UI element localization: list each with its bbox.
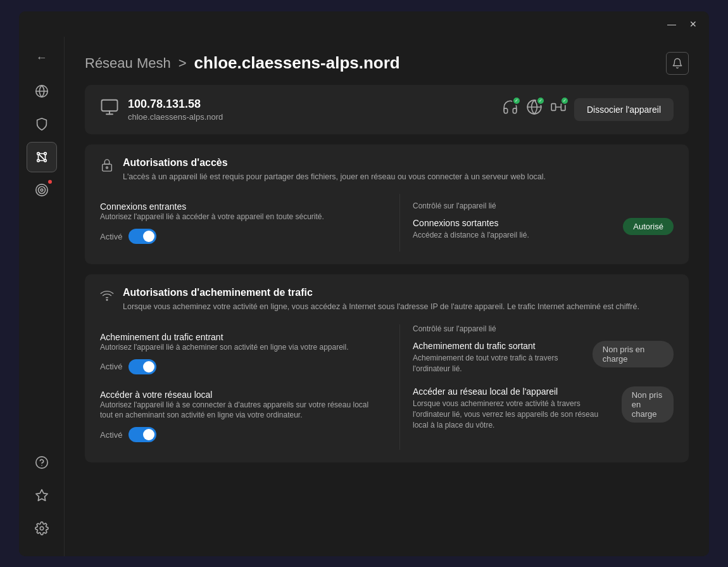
local-access-desc: Autorisez l'appareil lié à se connecter … xyxy=(100,400,374,421)
device-hostname: chloe.claessens-alps.nord xyxy=(128,112,223,122)
svg-rect-17 xyxy=(102,100,118,111)
breadcrumb-sep: > xyxy=(179,55,187,72)
access-section-text: Autorisations d'accès L'accès à un appar… xyxy=(123,157,546,183)
local-access-toggle-text: Activé xyxy=(100,430,122,440)
incoming-toggle-text: Activé xyxy=(100,232,122,241)
local-device-row: Accéder au réseau local de l'appareil Lo… xyxy=(413,386,674,430)
outgoing-connections-item: Contrôlé sur l'appareil lié Connexions s… xyxy=(399,194,674,252)
device-actions: Dissocier l'appareil xyxy=(502,98,674,121)
sidebar-item-shield[interactable] xyxy=(27,109,57,139)
access-section-title: Autorisations d'accès xyxy=(123,157,546,169)
sidebar-item-star[interactable] xyxy=(27,480,57,511)
outgoing-label: Connexions sortantes xyxy=(413,218,529,228)
headset-badge xyxy=(512,96,521,105)
sidebar-item-back[interactable]: ← xyxy=(27,43,57,73)
svg-rect-24 xyxy=(103,164,112,171)
svg-point-16 xyxy=(40,526,44,530)
main-layout: ← xyxy=(19,37,709,556)
svg-point-13 xyxy=(41,189,43,191)
outgoing-traffic-text: Acheminement du trafic sortant Acheminem… xyxy=(413,341,585,374)
content-header: Réseau Mesh > chloe.claessens-alps.nord xyxy=(65,37,709,85)
traffic-permissions-grid: Acheminement du trafic entrant Autorisez… xyxy=(100,324,674,450)
access-permissions-card: Autorisations d'accès L'accès à un appar… xyxy=(85,144,689,265)
wifi-icon xyxy=(100,288,114,306)
svg-point-14 xyxy=(35,456,47,468)
outgoing-row: Connexions sortantes Accédez à distance … xyxy=(413,218,674,241)
headset-status-icon xyxy=(502,99,518,120)
outgoing-traffic-status: Non pris en charge xyxy=(593,341,674,367)
sidebar-item-settings[interactable] xyxy=(27,513,57,544)
local-device-label: Accéder au réseau local de l'appareil xyxy=(413,386,614,397)
sidebar-item-help[interactable] xyxy=(27,447,57,478)
device-computer-icon xyxy=(100,98,119,121)
local-access-toggle[interactable] xyxy=(129,427,156,442)
local-device-desc: Lorsque vous acheminerez votre activité … xyxy=(413,398,614,430)
outgoing-traffic-item: Acheminement du trafic sortant Acheminem… xyxy=(413,341,674,374)
sidebar-item-mesh[interactable] xyxy=(27,142,57,172)
svg-rect-22 xyxy=(551,104,556,111)
access-permissions-grid: Connexions entrantes Autorisez l'apparei… xyxy=(100,194,674,252)
local-device-text: Accéder au réseau local de l'appareil Lo… xyxy=(413,386,614,430)
breadcrumb-parent: Réseau Mesh xyxy=(85,55,171,72)
outgoing-status-badge: Autorisé xyxy=(623,218,674,235)
outgoing-text: Connexions sortantes Accédez à distance … xyxy=(413,218,529,241)
breadcrumb: Réseau Mesh > chloe.claessens-alps.nord xyxy=(85,53,400,73)
traffic-section-text: Autorisations d'acheminement de trafic L… xyxy=(123,287,639,313)
content-area: Réseau Mesh > chloe.claessens-alps.nord xyxy=(65,37,709,556)
access-section-desc: L'accès à un appareil lié est requis pou… xyxy=(123,171,546,183)
notification-button[interactable] xyxy=(666,52,689,75)
local-device-status: Non pris en charge xyxy=(622,386,674,423)
svg-point-26 xyxy=(106,299,108,300)
main-window: — ✕ ← xyxy=(19,11,709,556)
local-access-label: Accéder à votre réseau local xyxy=(100,390,374,400)
incoming-toggle[interactable] xyxy=(129,229,156,244)
incoming-traffic-toggle[interactable] xyxy=(129,359,156,374)
outgoing-traffic-desc: Acheminement de tout votre trafic à trav… xyxy=(413,353,585,374)
traffic-right-col: Contrôlé sur l'appareil lié Acheminement… xyxy=(399,324,674,450)
local-access-item: Accéder à votre réseau local Autorisez l… xyxy=(100,382,374,450)
svg-point-25 xyxy=(106,167,108,169)
share-badge xyxy=(560,96,569,105)
traffic-section-desc: Lorsque vous acheminez votre activité en… xyxy=(123,301,639,313)
close-button[interactable]: ✕ xyxy=(685,16,701,32)
incoming-traffic-desc: Autorisez l'appareil lié à acheminer son… xyxy=(100,342,374,353)
incoming-traffic-toggle-text: Activé xyxy=(100,362,122,371)
notification-badge xyxy=(47,179,53,185)
incoming-connections-item: Connexions entrantes Autorisez l'apparei… xyxy=(100,194,374,252)
sidebar-item-globe[interactable] xyxy=(27,76,57,106)
svg-point-11 xyxy=(35,184,47,195)
lock-icon xyxy=(100,158,114,176)
local-device-item: Accéder au réseau local de l'appareil Lo… xyxy=(413,386,674,430)
sidebar-item-target[interactable] xyxy=(27,175,57,205)
device-details: 100.78.131.58 chloe.claessens-alps.nord xyxy=(128,98,223,122)
traffic-permissions-card: Autorisations d'acheminement de trafic L… xyxy=(85,274,689,462)
sidebar-bottom xyxy=(27,447,57,550)
globe-status-icon xyxy=(526,99,543,120)
outgoing-traffic-label: Acheminement du trafic sortant xyxy=(413,341,585,351)
traffic-left-col: Acheminement du trafic entrant Autorisez… xyxy=(100,324,374,450)
svg-point-12 xyxy=(38,186,45,193)
device-ip: 100.78.131.58 xyxy=(128,98,223,111)
minimize-button[interactable]: — xyxy=(663,16,680,32)
globe-badge xyxy=(536,96,545,105)
share-status-icon xyxy=(550,99,567,120)
titlebar: — ✕ xyxy=(19,11,709,37)
device-card: 100.78.131.58 chloe.claessens-alps.nord xyxy=(85,85,689,134)
outgoing-traffic-row: Acheminement du trafic sortant Acheminem… xyxy=(413,341,674,374)
device-info: 100.78.131.58 chloe.claessens-alps.nord xyxy=(100,98,223,122)
traffic-controlled-label: Contrôlé sur l'appareil lié xyxy=(413,324,674,333)
access-section-header: Autorisations d'accès L'accès à un appar… xyxy=(100,157,674,183)
incoming-traffic-label: Acheminement du trafic entrant xyxy=(100,332,374,342)
dissociate-button[interactable]: Dissocier l'appareil xyxy=(574,98,674,121)
sidebar: ← xyxy=(19,37,65,556)
outgoing-desc: Accédez à distance à l'appareil lié. xyxy=(413,230,529,241)
breadcrumb-current: chloe.claessens-alps.nord xyxy=(194,53,400,73)
traffic-section-header: Autorisations d'acheminement de trafic L… xyxy=(100,287,674,313)
scroll-area[interactable]: 100.78.131.58 chloe.claessens-alps.nord xyxy=(65,85,709,556)
controlled-label: Contrôlé sur l'appareil lié xyxy=(413,201,674,210)
incoming-label: Connexions entrantes xyxy=(100,201,374,212)
traffic-section-title: Autorisations d'acheminement de trafic xyxy=(123,287,639,298)
incoming-traffic-item: Acheminement du trafic entrant Autorisez… xyxy=(100,324,374,382)
incoming-desc: Autorisez l'appareil lié à accéder à vot… xyxy=(100,212,374,222)
svg-line-10 xyxy=(39,155,44,159)
